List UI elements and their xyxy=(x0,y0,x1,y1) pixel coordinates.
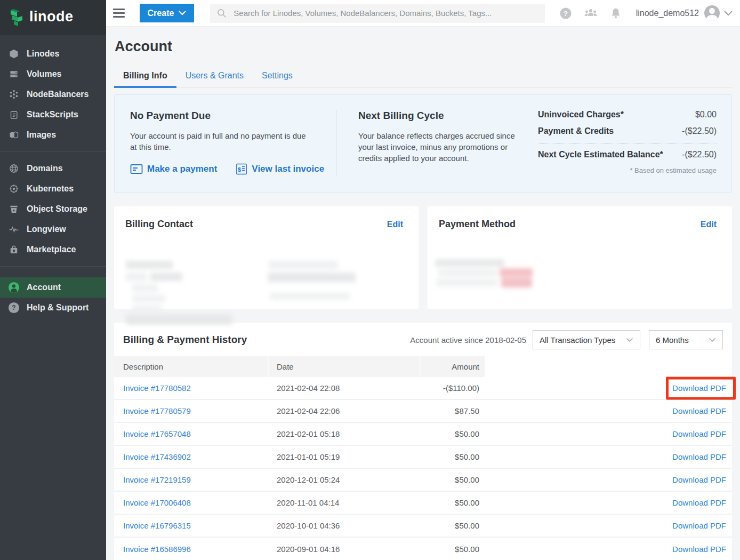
billing-contact-edit-button[interactable]: Edit xyxy=(387,220,403,229)
invoice-link[interactable]: Invoice #17780579 xyxy=(123,406,191,415)
invoice-link[interactable]: Invoice #16586996 xyxy=(123,545,191,554)
no-payment-due-title: No Payment Due xyxy=(130,110,341,122)
uninvoiced-charges-label: Uninvoiced Charges* xyxy=(538,110,624,119)
table-row: Invoice #16796315 2020-10-01 04:36 $50.0… xyxy=(114,515,732,538)
sidebar-divider xyxy=(0,151,106,152)
sidebar-item-longview[interactable]: Longview xyxy=(0,219,106,239)
sidebar-item-volumes[interactable]: Volumes xyxy=(0,64,106,84)
menu-toggle-button[interactable] xyxy=(113,9,125,18)
pulse-icon xyxy=(8,223,20,235)
table-row: Invoice #17657048 2021-02-01 05:18 $50.0… xyxy=(114,423,732,446)
sidebar-item-account[interactable]: Account xyxy=(0,277,106,298)
search-input[interactable] xyxy=(234,9,538,18)
payment-method-edit-button[interactable]: Edit xyxy=(701,220,717,229)
download-pdf-link[interactable]: Download PDF xyxy=(672,475,726,484)
avatar[interactable] xyxy=(704,5,720,21)
view-last-invoice-link[interactable]: $ View last invoice xyxy=(236,163,324,175)
brand-name: linode xyxy=(29,9,74,25)
make-payment-link[interactable]: Make a payment xyxy=(130,163,217,175)
username[interactable]: linode_demo512 xyxy=(636,9,699,18)
payment-method-card: Payment Method Edit xyxy=(428,206,732,309)
create-button[interactable]: Create xyxy=(140,4,195,22)
images-icon xyxy=(8,129,20,141)
nodebalancers-icon xyxy=(8,89,20,100)
column-header-amount[interactable]: Amount xyxy=(421,356,485,377)
invoice-link[interactable]: Invoice #17436902 xyxy=(123,452,191,461)
download-pdf-link[interactable]: Download PDF xyxy=(672,545,726,554)
globe-icon xyxy=(8,163,20,174)
bell-icon xyxy=(610,7,622,20)
invoice-link[interactable]: Invoice #17219159 xyxy=(123,475,191,484)
table-row: Invoice #17006408 2020-11-01 04:14 $50.0… xyxy=(114,492,732,515)
sidebar-divider xyxy=(0,266,106,267)
sidebar-item-kubernetes[interactable]: Kubernetes xyxy=(0,179,106,199)
community-button[interactable] xyxy=(578,0,604,27)
payment-method-title: Payment Method xyxy=(439,219,516,230)
svg-text:?: ? xyxy=(12,304,15,311)
search-bar[interactable] xyxy=(210,4,544,23)
download-pdf-link[interactable]: Download PDF xyxy=(672,452,726,461)
download-pdf-link[interactable]: Download PDF xyxy=(672,498,726,507)
download-pdf-link[interactable]: Download PDF xyxy=(672,521,726,530)
sidebar-item-help-support[interactable]: ? Help & Support xyxy=(0,298,106,318)
billing-history-card: Billing & Payment History Account active… xyxy=(114,323,732,560)
tab-bar: Billing Info Users & Grants Settings xyxy=(114,67,732,88)
column-header-description[interactable]: Description xyxy=(114,356,269,377)
sidebar-item-object-storage[interactable]: Object Storage xyxy=(0,199,106,219)
uninvoiced-charges-value: $0.00 xyxy=(695,110,717,119)
question-circle-icon: ? xyxy=(8,302,20,314)
person-circle-icon xyxy=(8,282,20,293)
sidebar-item-stackscripts[interactable]: StackScripts xyxy=(0,105,106,125)
chevron-down-icon xyxy=(179,11,186,15)
notifications-button[interactable] xyxy=(604,0,629,27)
invoice-link[interactable]: Invoice #16796315 xyxy=(123,521,191,530)
next-billing-cycle-body: Your balance reflects charges accrued si… xyxy=(358,130,518,164)
tab-users-grants[interactable]: Users & Grants xyxy=(176,67,253,87)
cube-icon xyxy=(8,48,20,60)
invoice-link[interactable]: Invoice #17006408 xyxy=(123,498,191,507)
search-icon xyxy=(216,8,227,19)
invoice-link[interactable]: Invoice #17780582 xyxy=(123,383,191,393)
user-menu-chevron-icon[interactable] xyxy=(724,11,733,16)
table-row: Invoice #17780579 2021-02-04 22:06 $87.5… xyxy=(114,400,732,423)
svg-text:?: ? xyxy=(564,9,568,17)
sidebar-item-linodes[interactable]: Linodes xyxy=(0,44,106,64)
billing-summary-card: No Payment Due Your account is paid in f… xyxy=(114,94,732,193)
download-pdf-link[interactable]: Download PDF xyxy=(672,383,726,393)
tab-billing-info[interactable]: Billing Info xyxy=(114,67,176,87)
no-payment-due-section: No Payment Due Your account is paid in f… xyxy=(130,110,341,193)
next-billing-cycle-title: Next Billing Cycle xyxy=(358,110,518,122)
credit-card-icon xyxy=(130,164,143,174)
help-circle-icon: ? xyxy=(559,7,572,20)
download-pdf-link[interactable]: Download PDF xyxy=(672,429,726,438)
sidebar-item-marketplace[interactable]: Marketplace xyxy=(0,239,106,260)
payment-credits-value: -($22.50) xyxy=(682,126,717,136)
chevron-down-icon xyxy=(626,338,633,342)
period-select[interactable]: 6 Months xyxy=(649,330,723,349)
totals-divider xyxy=(538,143,717,143)
transaction-type-select[interactable]: All Transaction Types xyxy=(533,330,640,349)
sidebar-item-images[interactable]: Images xyxy=(0,125,106,145)
table-row: Invoice #17436902 2021-01-01 05:19 $50.0… xyxy=(114,446,732,469)
brand-logo[interactable]: linode xyxy=(0,0,106,35)
download-pdf-link[interactable]: Download PDF xyxy=(672,406,726,415)
table-row: Invoice #17780582 2021-02-04 22:08 -($11… xyxy=(114,377,732,400)
shopping-bag-icon xyxy=(8,244,20,255)
column-header-date[interactable]: Date xyxy=(269,356,421,377)
volumes-icon xyxy=(8,68,20,80)
next-billing-cycle-section: Next Billing Cycle Your balance reflects… xyxy=(358,110,518,193)
bucket-icon xyxy=(8,203,20,215)
invoice-icon: $ xyxy=(236,163,247,175)
billing-contact-card: Billing Contact Edit xyxy=(114,206,419,309)
sidebar-item-nodebalancers[interactable]: NodeBalancers xyxy=(0,84,106,105)
sidebar-item-domains[interactable]: Domains xyxy=(0,158,106,179)
invoice-link[interactable]: Invoice #17657048 xyxy=(123,429,191,438)
tab-settings[interactable]: Settings xyxy=(253,67,302,87)
billing-history-title: Billing & Payment History xyxy=(123,334,247,346)
topbar-right: ? linode_demo512 xyxy=(553,0,740,27)
help-button[interactable]: ? xyxy=(553,0,578,27)
chevron-down-icon xyxy=(709,338,716,342)
table-row: Invoice #17219159 2020-12-01 05:24 $50.0… xyxy=(114,469,732,492)
billing-totals: Uninvoiced Charges* $0.00 Payment & Cred… xyxy=(538,110,717,174)
no-payment-due-body: Your account is paid in full and no paym… xyxy=(130,130,311,153)
